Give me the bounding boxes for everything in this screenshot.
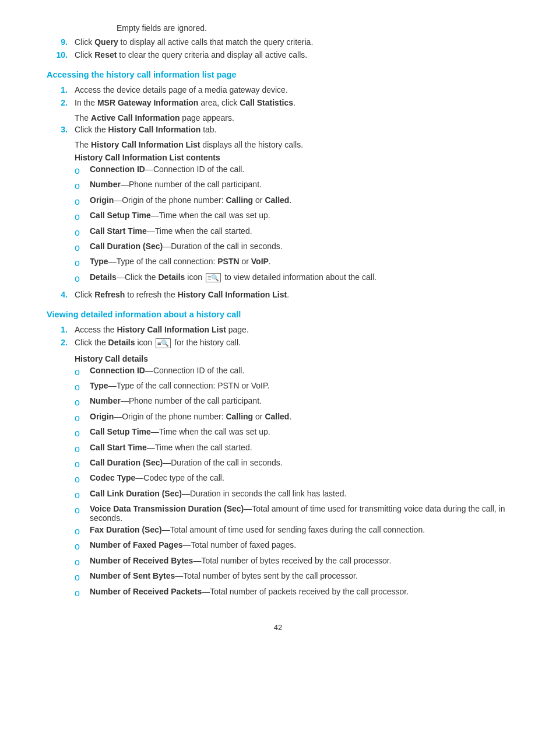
bullet-details-text: Details—Click the Details icon ≡🔍 to vie…: [90, 272, 376, 282]
section1-step2-num: 2.: [47, 98, 75, 107]
step-10-bold: Reset: [94, 50, 117, 60]
s2-bullet-dot-6: o: [75, 443, 86, 456]
section1-step2: 2. In the MSR Gateway Information area, …: [47, 98, 509, 107]
s2-bullet-dot-9: o: [75, 489, 86, 502]
section1-heading: Accessing the history call information l…: [47, 70, 509, 79]
s2-bullet-fax-duration: o Fax Duration (Sec)—Total amount of tim…: [75, 525, 509, 538]
s2-bullet-sent-bytes: o Number of Sent Bytes—Total number of b…: [75, 571, 509, 584]
s2-bullet-dot-4: o: [75, 412, 86, 425]
s2-bullet-dot-8: o: [75, 473, 86, 486]
bullet-dot-7: o: [75, 257, 86, 270]
s2-bullet-call-setup-time-text: Call Setup Time—Time when the call was s…: [90, 427, 270, 436]
s2-bullet-dot-15: o: [75, 587, 86, 600]
section1-step3-indent1: The History Call Information List displa…: [75, 140, 509, 149]
section1-bullets: o Connection ID—Connection ID of the cal…: [75, 164, 509, 285]
s2-bullet-dot-11: o: [75, 525, 86, 538]
section1-step3-list: 3. Click the History Call Information ta…: [47, 125, 509, 134]
section2-steps: 1. Access the History Call Information L…: [47, 325, 509, 348]
s2-bullet-connection-id-text: Connection ID—Connection ID of the call.: [90, 366, 244, 375]
s2-bullet-dot-2: o: [75, 381, 86, 394]
s2-bullet-number: o Number—Phone number of the call partic…: [75, 396, 509, 409]
section2-step1-content: Access the History Call Information List…: [75, 325, 509, 334]
bullet-connection-id-text: Connection ID—Connection ID of the call.: [90, 164, 244, 174]
s2-bullet-dot-12: o: [75, 540, 86, 553]
s2-bullet-dot-14: o: [75, 571, 86, 584]
step-9-content: Click Query to display all active calls …: [75, 37, 509, 47]
section1-step4: 4. Click Refresh to refresh the History …: [47, 290, 509, 299]
section1-step4-bold2: History Call Information List: [178, 290, 287, 299]
step-9-num: 9.: [47, 37, 75, 47]
s2-bullet-call-start-time-text: Call Start Time—Time when the call start…: [90, 443, 252, 452]
bullet-dot-6: o: [75, 242, 86, 254]
bullet-call-duration: o Call Duration (Sec)—Duration of the ca…: [75, 242, 509, 254]
section2-heading: Viewing detailed information about a his…: [47, 310, 509, 319]
section1-step2-bold1: MSR Gateway Information: [97, 98, 198, 107]
bullet-call-setup-time: o Call Setup Time—Time when the call was…: [75, 211, 509, 223]
section1-step2-indent-bold: Active Call Information: [91, 113, 180, 123]
section1-step4-bold1: Refresh: [94, 290, 125, 299]
section1-step3-bold2: History Call Information List: [91, 140, 200, 149]
s2-bullet-sent-bytes-text: Number of Sent Bytes—Total number of byt…: [90, 571, 358, 580]
s2-bullet-call-duration-text: Call Duration (Sec)—Duration of the call…: [90, 458, 283, 467]
s2-bullet-codec-type: o Codec Type—Codec type of the call.: [75, 473, 509, 486]
s2-bullet-origin: o Origin—Origin of the phone number: Cal…: [75, 412, 509, 425]
s2-bullet-dot-1: o: [75, 366, 86, 379]
bullet-type-text: Type—Type of the call connection: PSTN o…: [90, 257, 271, 266]
section1-step2-indent: The Active Call Information page appears…: [75, 113, 509, 123]
s2-bullet-call-link-duration-text: Call Link Duration (Sec)—Duration in sec…: [90, 489, 346, 498]
s2-bullet-received-packets-text: Number of Received Packets—Total number …: [90, 587, 409, 596]
section1-step3-content: Click the History Call Information tab.: [75, 125, 509, 134]
s2-bullet-type: o Type—Type of the call connection: PSTN…: [75, 381, 509, 394]
details-icon-2: ≡🔍: [156, 338, 171, 348]
s2-bullet-faxed-pages-text: Number of Faxed Pages—Total number of fa…: [90, 540, 296, 550]
step-10-content: Click Reset to clear the query criteria …: [75, 50, 509, 60]
section2-subheading: History Call details: [75, 354, 509, 363]
section1-step2-content: In the MSR Gateway Information area, cli…: [75, 98, 509, 107]
s2-bullet-call-duration: o Call Duration (Sec)—Duration of the ca…: [75, 458, 509, 471]
section1-step3-bold: History Call Information: [108, 125, 201, 134]
bullet-dot-3: o: [75, 195, 86, 208]
bullet-dot-5: o: [75, 226, 86, 239]
bullet-call-start-time: o Call Start Time—Time when the call sta…: [75, 226, 509, 239]
section2-step2-content: Click the Details icon ≡🔍 for the histor…: [75, 338, 509, 348]
section1-step1-content: Access the device details page of a medi…: [75, 85, 509, 94]
bullet-details: o Details—Click the Details icon ≡🔍 to v…: [75, 272, 509, 285]
bullet-number: o Number—Phone number of the call partic…: [75, 180, 509, 192]
bullet-dot-1: o: [75, 164, 86, 177]
s2-bullet-dot-10: o: [75, 504, 86, 517]
bullet-origin: o Origin—Origin of the phone number: Cal…: [75, 195, 509, 208]
s2-bullet-type-text: Type—Type of the call connection: PSTN o…: [90, 381, 269, 390]
page-number: 42: [47, 623, 509, 632]
s2-bullet-connection-id: o Connection ID—Connection ID of the cal…: [75, 366, 509, 379]
intro-empty-fields: Empty fields are ignored.: [117, 23, 509, 33]
bullet-call-setup-time-text: Call Setup Time—Time when the call was s…: [90, 211, 270, 220]
bullet-type: o Type—Type of the call connection: PSTN…: [75, 257, 509, 270]
s2-bullet-codec-type-text: Codec Type—Codec type of the call.: [90, 473, 224, 482]
details-icon: ≡🔍: [206, 273, 221, 282]
bullet-call-start-time-text: Call Start Time—Time when the call start…: [90, 226, 252, 236]
s2-bullet-number-text: Number—Phone number of the call particip…: [90, 396, 262, 405]
bullet-dot-8: o: [75, 272, 86, 285]
section2-step2-bold: Details: [108, 338, 135, 347]
s2-bullet-received-bytes: o Number of Received Bytes—Total number …: [75, 556, 509, 569]
section1-step1-num: 1.: [47, 85, 75, 94]
s2-bullet-voice-data-text: Voice Data Transmission Duration (Sec)—T…: [90, 504, 509, 523]
s2-bullet-received-bytes-text: Number of Received Bytes—Total number of…: [90, 556, 391, 565]
bullet-origin-text: Origin—Origin of the phone number: Calli…: [90, 195, 291, 205]
section2-step1-num: 1.: [47, 325, 75, 334]
section1-step3-num: 3.: [47, 125, 75, 134]
section2-step1-bold: History Call Information List: [117, 325, 226, 334]
bullet-dot-2: o: [75, 180, 86, 192]
s2-bullet-received-packets: o Number of Received Packets—Total numbe…: [75, 587, 509, 600]
bullet-number-text: Number—Phone number of the call particip…: [90, 180, 262, 189]
s2-bullet-dot-5: o: [75, 427, 86, 440]
section1-step4-num: 4.: [47, 290, 75, 299]
section1-step1: 1. Access the device details page of a m…: [47, 85, 509, 94]
s2-bullet-call-start-time: o Call Start Time—Time when the call sta…: [75, 443, 509, 456]
step-10-num: 10.: [47, 50, 75, 60]
section2-step2-num: 2.: [47, 338, 75, 348]
section2-step2: 2. Click the Details icon ≡🔍 for the his…: [47, 338, 509, 348]
step-9-bold: Query: [94, 37, 118, 47]
s2-bullet-dot-13: o: [75, 556, 86, 569]
s2-bullet-voice-data: o Voice Data Transmission Duration (Sec)…: [75, 504, 509, 523]
